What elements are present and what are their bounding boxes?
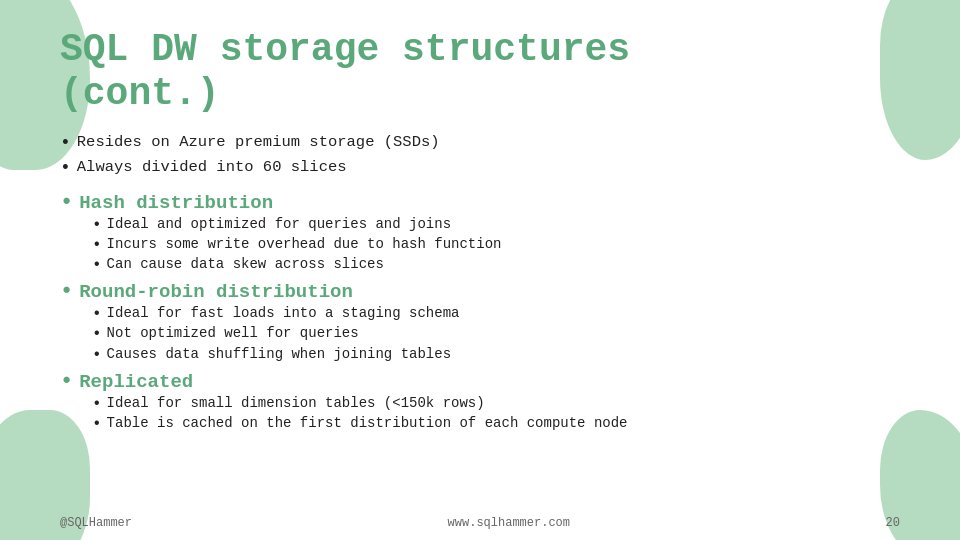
footer-center: www.sqlhammer.com bbox=[448, 516, 570, 530]
section-header-text: Hash distribution bbox=[79, 192, 273, 214]
sub-dot: • bbox=[92, 415, 102, 434]
main-content: SQL DW storage structures (cont.) • Resi… bbox=[0, 0, 960, 460]
sub-dot: • bbox=[92, 216, 102, 235]
section-header-hash: •Hash distribution bbox=[60, 192, 900, 214]
sub-bullet-text: Ideal for fast loads into a staging sche… bbox=[107, 305, 460, 321]
sub-dot: • bbox=[92, 395, 102, 414]
footer-left: @SQLHammer bbox=[60, 516, 132, 530]
sections-container: •Hash distribution•Ideal and optimized f… bbox=[60, 192, 900, 435]
sub-dot: • bbox=[92, 256, 102, 275]
section-header-text: Round-robin distribution bbox=[79, 281, 353, 303]
sub-bullet-item: •Ideal for fast loads into a staging sch… bbox=[92, 305, 900, 324]
top-bullet-1-text: Resides on Azure premium storage (SSDs) bbox=[77, 133, 440, 151]
footer-right: 20 bbox=[886, 516, 900, 530]
sub-bullet-item: •Incurs some write overhead due to hash … bbox=[92, 236, 900, 255]
sub-dot: • bbox=[92, 236, 102, 255]
sub-bullets-replicated: •Ideal for small dimension tables (<150k… bbox=[60, 395, 900, 434]
sub-bullets-round-robin: •Ideal for fast loads into a staging sch… bbox=[60, 305, 900, 365]
sub-bullet-text: Causes data shuffling when joining table… bbox=[107, 346, 451, 362]
top-bullet-2-text: Always divided into 60 slices bbox=[77, 158, 347, 176]
top-bullet-1: • Resides on Azure premium storage (SSDs… bbox=[60, 133, 900, 155]
sub-bullet-text: Ideal and optimized for queries and join… bbox=[107, 216, 451, 232]
top-bullet-2: • Always divided into 60 slices bbox=[60, 158, 900, 180]
sub-bullet-text: Can cause data skew across slices bbox=[107, 256, 384, 272]
sub-dot: • bbox=[92, 325, 102, 344]
section-replicated: •Replicated•Ideal for small dimension ta… bbox=[60, 371, 900, 434]
sub-bullet-item: •Causes data shuffling when joining tabl… bbox=[92, 346, 900, 365]
sub-bullet-item: •Table is cached on the first distributi… bbox=[92, 415, 900, 434]
sub-bullet-item: •Ideal for small dimension tables (<150k… bbox=[92, 395, 900, 414]
top-bullets: • Resides on Azure premium storage (SSDs… bbox=[60, 133, 900, 179]
sub-dot: • bbox=[92, 305, 102, 324]
section-round-robin: •Round-robin distribution•Ideal for fast… bbox=[60, 281, 900, 365]
bullet-dot: • bbox=[60, 158, 71, 180]
section-header-text: Replicated bbox=[79, 371, 193, 393]
sub-bullet-text: Ideal for small dimension tables (<150k … bbox=[107, 395, 485, 411]
title-line1: SQL DW storage structures bbox=[60, 28, 630, 71]
sub-dot: • bbox=[92, 346, 102, 365]
bullet-dot: • bbox=[60, 133, 71, 155]
sub-bullet-text: Table is cached on the first distributio… bbox=[107, 415, 628, 431]
slide: SQL DW storage structures (cont.) • Resi… bbox=[0, 0, 960, 540]
title-line2: (cont.) bbox=[60, 72, 220, 115]
section-dot: • bbox=[60, 192, 73, 214]
slide-footer: @SQLHammer www.sqlhammer.com 20 bbox=[0, 516, 960, 530]
section-header-replicated: •Replicated bbox=[60, 371, 900, 393]
sub-bullet-text: Incurs some write overhead due to hash f… bbox=[107, 236, 502, 252]
sub-bullet-item: •Not optimized well for queries bbox=[92, 325, 900, 344]
sub-bullets-hash: •Ideal and optimized for queries and joi… bbox=[60, 216, 900, 276]
section-header-round-robin: •Round-robin distribution bbox=[60, 281, 900, 303]
sub-bullet-item: •Can cause data skew across slices bbox=[92, 256, 900, 275]
section-dot: • bbox=[60, 371, 73, 393]
section-hash: •Hash distribution•Ideal and optimized f… bbox=[60, 192, 900, 276]
slide-title: SQL DW storage structures (cont.) bbox=[60, 28, 900, 115]
section-dot: • bbox=[60, 281, 73, 303]
sub-bullet-item: •Ideal and optimized for queries and joi… bbox=[92, 216, 900, 235]
sub-bullet-text: Not optimized well for queries bbox=[107, 325, 359, 341]
